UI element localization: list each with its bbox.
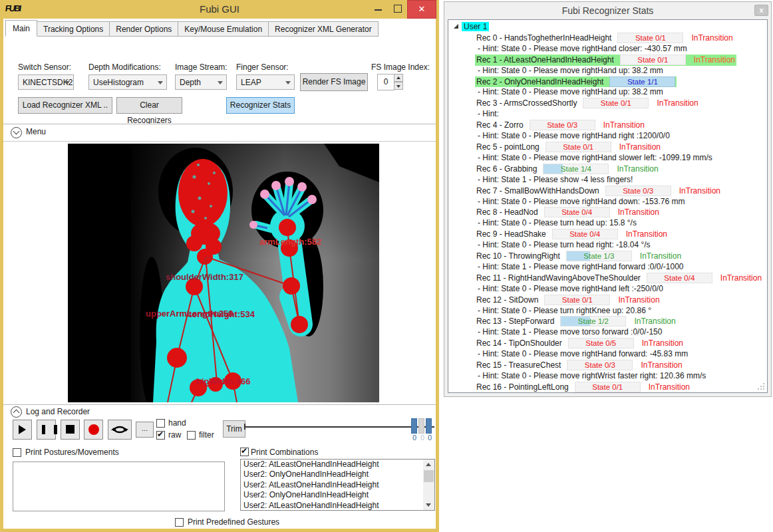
- list-item[interactable]: User2: AtLeastOneHandInHeadHeight: [241, 480, 434, 490]
- print-combinations-label: Print Combinations: [251, 448, 318, 457]
- record-button[interactable]: [84, 420, 103, 440]
- transition-status: InTransition: [642, 338, 683, 348]
- print-predefined-checkbox[interactable]: [175, 518, 184, 527]
- play-icon: [19, 425, 26, 434]
- list-item[interactable]: User2: AtLeastOneHandInHeadHeight: [241, 460, 434, 469]
- recognizer-name: Rec 16 - PointingLeftLong: [476, 382, 569, 392]
- title-bar[interactable]: FUBI Fubi GUI ✕: [0, 0, 439, 19]
- slider-thumb-right[interactable]: [426, 418, 432, 434]
- transition-status: InTransition: [618, 207, 659, 217]
- tab-render-options[interactable]: Render Options: [109, 21, 178, 37]
- recognizer-hint: - Hint: State 0 - Please move rightHand …: [448, 44, 767, 55]
- fs-image-index-label: FS Image Index:: [371, 63, 430, 72]
- minimize-button[interactable]: [370, 0, 387, 17]
- recognizer-row[interactable]: Rec 1 - AtLeastOneHandInHeadHeightState …: [448, 55, 767, 66]
- recognizer-row[interactable]: Rec 7 - SmallBowWithHandsDownState 0/3In…: [448, 186, 767, 197]
- depth-modifications-select[interactable]: UseHistogram: [88, 74, 167, 90]
- recognizer-row[interactable]: Rec 12 - SitDownState 0/1InTransition: [448, 295, 767, 306]
- spin-up-icon[interactable]: [394, 74, 403, 82]
- recognizer-row[interactable]: Rec 6 - GrabbingState 1/4InTransition: [448, 164, 767, 175]
- recognizer-row[interactable]: Rec 9 - HeadShakeState 0/4InTransition: [448, 229, 767, 240]
- combinations-listbox[interactable]: User2: AtLeastOneHandInHeadHeightUser2: …: [240, 459, 435, 511]
- tab-main[interactable]: Main: [5, 20, 37, 37]
- raw-checkbox[interactable]: [156, 431, 165, 440]
- list-item[interactable]: User2: OnlyOneHandInHeadHeight: [241, 490, 434, 500]
- depth-modifications-label: Depth Modifications:: [88, 63, 161, 72]
- filter-checkbox[interactable]: [187, 431, 196, 440]
- recognizer-row[interactable]: Rec 15 - TreasureChestState 0/3InTransit…: [448, 360, 767, 371]
- slider-thumb-middle[interactable]: [418, 418, 424, 434]
- recognizer-hint: - Hint:: [448, 109, 767, 120]
- recognizer-list: Rec 0 - HandsToghetherInHeadHeightState …: [448, 33, 767, 393]
- recognizer-hint: - Hint: State 0 - Please move rightHand …: [448, 197, 767, 207]
- recognizer-stats-button[interactable]: Recognizer Stats: [226, 97, 295, 114]
- finger-sensor-select[interactable]: LEAP: [236, 74, 295, 90]
- tab-key-mouse-emulation[interactable]: Key/Mouse Emulation: [178, 21, 269, 37]
- recognizer-hint: - Hint: State 0 - Please turn head up: 1…: [448, 218, 767, 229]
- print-combinations-checkbox[interactable]: [240, 448, 249, 456]
- stop-button[interactable]: [61, 420, 80, 440]
- print-postures-checkbox[interactable]: [13, 448, 21, 457]
- recognizer-row[interactable]: Rec 2 - OnlyOneHandInHeadHeightState 1/1: [448, 76, 767, 88]
- recognizer-row[interactable]: Rec 4 - ZorroState 0/3InTransition: [448, 120, 767, 131]
- loop-button[interactable]: [108, 420, 132, 440]
- recognizer-row[interactable]: Rec 14 - TipOnShoulderState 0/5InTransit…: [448, 338, 767, 349]
- recognizer-hint: - Hint: State 0 - Please move rightWrist…: [448, 371, 767, 382]
- stats-close-button[interactable]: x: [754, 5, 768, 16]
- recognizer-row[interactable]: Rec 16 - PointingLeftLongState 0/1InTran…: [448, 382, 767, 393]
- scrollbar[interactable]: [423, 460, 434, 510]
- scrollbar-thumb[interactable]: [424, 470, 434, 482]
- switch-sensor-label: Switch Sensor:: [18, 63, 71, 72]
- tree-user-row[interactable]: User 1: [448, 22, 767, 33]
- tree-expanded-icon[interactable]: [454, 24, 458, 29]
- recognizer-hint: - Hint: State 0 - Please turn rightKnee …: [448, 306, 767, 317]
- recognizer-row[interactable]: Rec 3 - ArmsCrossedShortlyState 0/1InTra…: [448, 98, 767, 109]
- recognizer-row[interactable]: Rec 0 - HandsToghetherInHeadHeightState …: [448, 33, 767, 44]
- clear-recognizers-button[interactable]: Clear Recognizers: [116, 97, 182, 114]
- postures-output-box[interactable]: [13, 462, 225, 511]
- trim-button[interactable]: Trim: [223, 420, 245, 438]
- timeline-slider[interactable]: [244, 426, 434, 428]
- state-text: State 0/1: [601, 99, 631, 107]
- spin-down-icon[interactable]: [394, 82, 403, 90]
- log-recorder-label: Log and Recorder: [26, 407, 90, 416]
- recognizer-row[interactable]: Rec 10 - ThrowingRightState 1/3InTransit…: [448, 251, 767, 262]
- recognizer-name: Rec 10 - ThrowingRight: [476, 251, 560, 261]
- recognizer-row[interactable]: Rec 5 - pointLongState 0/1InTransition: [448, 142, 767, 153]
- resize-grip-icon[interactable]: [763, 388, 764, 390]
- recognizer-row[interactable]: Rec 8 - HeadNodState 0/4InTransition: [448, 207, 767, 218]
- switch-sensor-select[interactable]: KINECTSDK2: [18, 74, 74, 90]
- recognizer-row[interactable]: Rec 11 - RightHandWavingAboveTheShoulder…: [448, 273, 767, 284]
- state-text: State 1/3: [583, 252, 614, 260]
- load-recognizer-xml-button[interactable]: Load Recognizer XML ..: [18, 97, 112, 114]
- list-item[interactable]: User2: OnlyOneHandInHeadHeight: [241, 469, 434, 479]
- transition-status: InTransition: [617, 164, 658, 174]
- render-fs-image-button[interactable]: Render FS Image: [300, 73, 368, 91]
- slider-thumb-left[interactable]: [411, 418, 417, 434]
- list-item[interactable]: User2: AtLeastOneHandInHeadHeight: [241, 501, 434, 511]
- menu-expander[interactable]: Menu: [3, 124, 436, 142]
- play-button[interactable]: [13, 420, 32, 440]
- state-progress-box: State 0/4: [544, 207, 610, 217]
- recognizer-row[interactable]: Rec 13 - StepForwardState 1/2InTransitio…: [448, 316, 767, 327]
- log-recorder-expander[interactable]: Log and Recorder: [3, 404, 436, 420]
- scroll-up-icon[interactable]: [423, 460, 434, 469]
- tab-recognizer-xml-generator[interactable]: Recognizer XML Generator: [268, 21, 379, 37]
- slider-value-right: 0: [428, 434, 432, 442]
- scroll-down-icon[interactable]: [423, 500, 434, 510]
- pause-button[interactable]: [37, 420, 56, 440]
- combinations-items: User2: AtLeastOneHandInHeadHeightUser2: …: [241, 460, 434, 511]
- close-button[interactable]: ✕: [407, 0, 436, 19]
- tab-tracking-options[interactable]: Tracking Options: [37, 21, 110, 37]
- chevron-down-icon: [285, 81, 291, 84]
- chevron-down-icon: [218, 81, 223, 84]
- transition-status: InTransition: [618, 295, 659, 305]
- recognizer-hint: - Hint: State 1 - Please show -4 less fi…: [448, 175, 767, 186]
- maximize-button[interactable]: [388, 0, 406, 17]
- more-button[interactable]: ...: [136, 422, 154, 438]
- image-stream-select[interactable]: Depth: [175, 74, 227, 90]
- hand-checkbox[interactable]: [156, 419, 165, 428]
- fs-image-index-stepper[interactable]: 0: [377, 74, 404, 90]
- state-text: State 1/2: [578, 317, 609, 325]
- state-text: State 0/1: [592, 383, 623, 391]
